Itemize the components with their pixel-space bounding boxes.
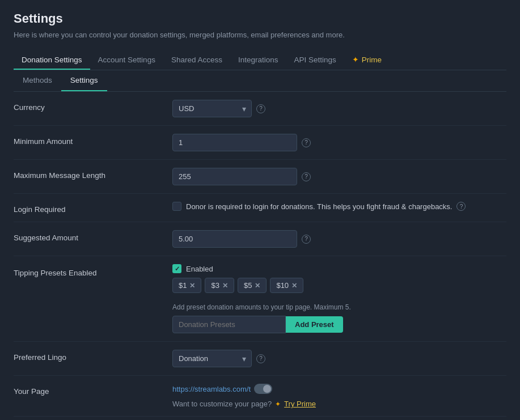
login-required-checkbox[interactable] bbox=[172, 202, 181, 211]
currency-label: Currency bbox=[14, 100, 172, 112]
preferred-lingo-select-wrapper: Donation Tip Support bbox=[172, 350, 252, 367]
currency-help-icon[interactable]: ? bbox=[256, 104, 265, 113]
nav-item-prime[interactable]: ✦ Prime bbox=[344, 49, 390, 70]
preset-tag-3-value: $5 bbox=[244, 281, 252, 290]
try-prime-link[interactable]: Try Prime bbox=[284, 400, 316, 408]
login-required-checkbox-row: Donor is required to login for donations… bbox=[172, 202, 466, 211]
minimum-amount-row: Minimum Amount ? bbox=[14, 126, 506, 160]
presets-hint: Add preset donation amounts to your tip … bbox=[172, 303, 351, 311]
sub-tabs: Methods Settings bbox=[14, 70, 506, 92]
max-message-length-label: Maximum Message Length bbox=[14, 168, 172, 180]
preset-tag-2: $3 ✕ bbox=[205, 278, 234, 293]
minimum-amount-label: Minimum Amount bbox=[14, 134, 172, 146]
preset-input-row: Add Preset bbox=[172, 316, 343, 333]
tipping-presets-checkbox[interactable] bbox=[172, 264, 181, 273]
nav-item-donation-settings[interactable]: Donation Settings bbox=[14, 50, 90, 70]
minimum-amount-value-col: ? bbox=[172, 134, 506, 151]
page-description: Here is where you can control your donat… bbox=[14, 31, 506, 39]
suggested-amount-label: Suggested Amount bbox=[14, 230, 172, 242]
preset-tag-3: $5 ✕ bbox=[238, 278, 267, 293]
preset-tag-4-value: $10 bbox=[276, 281, 289, 290]
page-wrapper: Settings Here is where you can control y… bbox=[0, 0, 520, 420]
nav-item-shared-access[interactable]: Shared Access bbox=[163, 50, 230, 70]
preset-tags: $1 ✕ $3 ✕ $5 ✕ $10 ✕ bbox=[172, 278, 303, 293]
login-required-checkbox-label: Donor is required to login for donations… bbox=[186, 202, 452, 211]
preset-tag-3-remove[interactable]: ✕ bbox=[255, 282, 260, 290]
preset-tag-4-remove[interactable]: ✕ bbox=[291, 282, 297, 290]
settings-table: Currency USD EUR GBP CAD AUD ? Minimum A… bbox=[14, 92, 506, 420]
preset-tag-1: $1 ✕ bbox=[172, 278, 201, 293]
suggested-amount-input[interactable] bbox=[172, 230, 297, 248]
preset-tag-1-remove[interactable]: ✕ bbox=[189, 282, 195, 290]
tipping-presets-row: Tipping Presets Enabled Enabled $1 ✕ $3 … bbox=[14, 256, 506, 342]
tipping-presets-value-col: Enabled $1 ✕ $3 ✕ $5 ✕ bbox=[172, 264, 506, 333]
tipping-presets-enabled-label: Enabled bbox=[186, 265, 213, 273]
preset-tag-4: $10 ✕ bbox=[270, 278, 303, 293]
preferred-lingo-help-icon[interactable]: ? bbox=[256, 354, 265, 363]
add-preset-button[interactable]: Add Preset bbox=[286, 316, 343, 333]
allow-pro-viewers-row: Allow Pro Viewers Yes, I love Streamlabs… bbox=[14, 417, 506, 420]
nav-item-api-settings[interactable]: API Settings bbox=[286, 50, 344, 70]
preset-tag-1-value: $1 bbox=[179, 281, 187, 290]
nav-item-integrations[interactable]: Integrations bbox=[230, 50, 286, 70]
currency-row: Currency USD EUR GBP CAD AUD ? bbox=[14, 92, 506, 126]
your-page-row: Your Page https://streamlabs.com/t Want … bbox=[14, 376, 506, 417]
login-required-row: Login Required Donor is required to logi… bbox=[14, 194, 506, 222]
tipping-presets-label: Tipping Presets Enabled bbox=[14, 264, 172, 277]
max-message-length-value-col: ? bbox=[172, 168, 506, 185]
customize-text: Want to customize your page? bbox=[172, 400, 272, 408]
login-required-label: Login Required bbox=[14, 202, 172, 214]
preset-tag-2-value: $3 bbox=[211, 281, 219, 290]
page-customize-row: Want to customize your page? ✦ Try Prime bbox=[172, 400, 316, 408]
suggested-amount-help-icon[interactable]: ? bbox=[302, 235, 311, 244]
max-message-length-row: Maximum Message Length ? bbox=[14, 160, 506, 194]
suggested-amount-row: Suggested Amount ? bbox=[14, 222, 506, 256]
top-nav: Donation Settings Account Settings Share… bbox=[14, 49, 506, 70]
prime-customize-icon: ✦ bbox=[275, 400, 281, 408]
preferred-lingo-row: Preferred Lingo Donation Tip Support ? bbox=[14, 342, 506, 376]
max-message-length-input[interactable] bbox=[172, 168, 297, 185]
preset-tag-2-remove[interactable]: ✕ bbox=[222, 282, 228, 290]
preferred-lingo-label: Preferred Lingo bbox=[14, 350, 172, 362]
your-page-value-col: https://streamlabs.com/t Want to customi… bbox=[172, 384, 506, 408]
page-link-row: https://streamlabs.com/t bbox=[172, 384, 272, 394]
currency-value-col: USD EUR GBP CAD AUD ? bbox=[172, 100, 506, 117]
minimum-amount-help-icon[interactable]: ? bbox=[302, 138, 311, 147]
your-page-link[interactable]: https://streamlabs.com/t bbox=[172, 385, 251, 393]
max-message-length-help-icon[interactable]: ? bbox=[302, 172, 311, 181]
your-page-label: Your Page bbox=[14, 384, 172, 396]
sub-tab-methods[interactable]: Methods bbox=[14, 70, 61, 91]
suggested-amount-value-col: ? bbox=[172, 230, 506, 248]
login-required-value-col: Donor is required to login for donations… bbox=[172, 202, 506, 211]
login-required-help-icon[interactable]: ? bbox=[456, 202, 466, 211]
preferred-lingo-value-col: Donation Tip Support ? bbox=[172, 350, 506, 367]
sub-tab-settings[interactable]: Settings bbox=[61, 70, 107, 91]
tipping-presets-enabled-check: Enabled bbox=[172, 264, 213, 273]
currency-select-wrapper: USD EUR GBP CAD AUD bbox=[172, 100, 252, 117]
preferred-lingo-select[interactable]: Donation Tip Support bbox=[172, 350, 252, 367]
minimum-amount-input[interactable] bbox=[172, 134, 297, 151]
prime-star-icon: ✦ bbox=[352, 55, 359, 64]
currency-select[interactable]: USD EUR GBP CAD AUD bbox=[172, 100, 252, 117]
page-title: Settings bbox=[14, 11, 506, 26]
page-link-toggle[interactable] bbox=[254, 384, 272, 394]
nav-item-account-settings[interactable]: Account Settings bbox=[90, 50, 163, 70]
donation-presets-input[interactable] bbox=[172, 316, 286, 333]
